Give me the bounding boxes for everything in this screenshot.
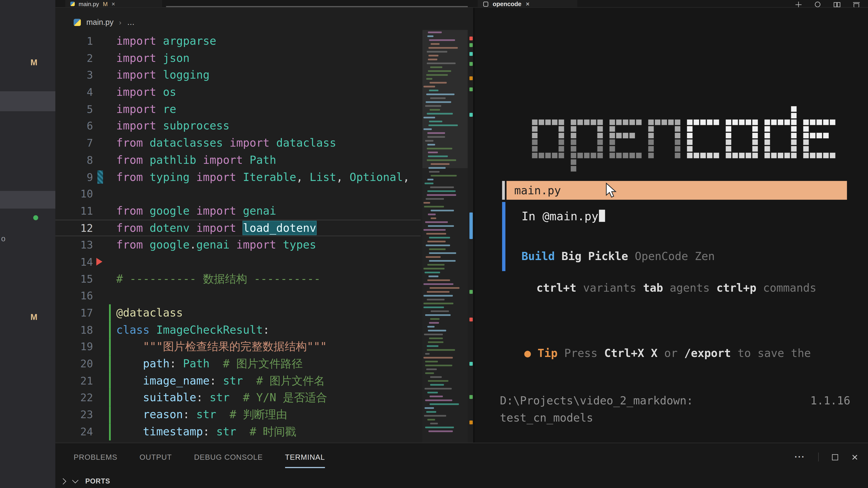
model-selector[interactable]: Build Big Pickle OpenCode Zen (522, 249, 715, 263)
code-line-17[interactable]: 17@dataclass (55, 304, 421, 321)
minimap-mark (426, 101, 451, 103)
terminal-tab-opencode[interactable]: opencode × (477, 0, 577, 8)
code-line-21[interactable]: 21 image_name: str # 图片文件名 (55, 372, 421, 389)
more-actions-icon[interactable]: ··· (795, 452, 805, 462)
ruler-mark (469, 318, 473, 322)
minimap-mark (429, 322, 439, 324)
logo-pixel (597, 153, 602, 158)
minimap-mark (425, 407, 434, 409)
code-line-19[interactable]: 19 """图片检查结果的完整数据结构""" (55, 338, 421, 355)
new-terminal-icon[interactable] (796, 1, 802, 7)
code-text: from google.genai import types (116, 236, 316, 253)
code-line-22[interactable]: 22 suitable: str # Y/N 是否适合 (55, 389, 421, 406)
prompt-input[interactable]: In @main.py (522, 209, 605, 224)
minimap-mark (430, 66, 442, 68)
minimap-mark (423, 128, 432, 130)
tab-close-icon[interactable]: × (112, 0, 115, 7)
code-line-12[interactable]: 12from dotenv import load_dotenv (55, 219, 421, 236)
ports-section-header[interactable]: PORTS (61, 474, 110, 488)
token: suitable (143, 391, 196, 404)
code-line-24[interactable]: 24 timestamp: str # 时间戳 (55, 423, 421, 440)
minimap-mark (423, 117, 435, 119)
token: or (657, 346, 684, 360)
minimap-mark (427, 345, 438, 347)
code-line-5[interactable]: 5import re (55, 101, 421, 118)
code-line-7[interactable]: 7from dataclasses import dataclass (55, 134, 421, 151)
line-number: 19 (55, 338, 93, 355)
opencode-terminal-panel: main.py In @main.py Build Big Pickle Ope… (473, 8, 868, 443)
file-suggestion-item[interactable]: main.py (506, 181, 847, 200)
logo-pixel (597, 120, 602, 125)
panel-tab-terminal[interactable]: TERMINAL (285, 443, 325, 471)
code-line-11[interactable]: 11from google import genai (55, 202, 421, 219)
maximize-panel-icon[interactable] (832, 454, 838, 460)
token: import (196, 221, 236, 234)
code-line-4[interactable]: 4import os (55, 84, 421, 101)
panel-tab-debug-console[interactable]: DEBUG CONSOLE (194, 443, 263, 471)
token: from (116, 136, 143, 150)
code-line-9[interactable]: 9from typing import Iterable, List, Opti… (55, 168, 421, 186)
minimap-mark (423, 306, 444, 308)
split-terminal-icon[interactable] (834, 2, 840, 7)
code-line-3[interactable]: 3import logging (55, 67, 421, 84)
overview-ruler[interactable] (469, 30, 473, 443)
account-icon[interactable] (815, 2, 820, 7)
panel-tab-output[interactable]: OUTPUT (140, 443, 172, 471)
logo-pixel (675, 120, 680, 125)
logo-pixel (668, 120, 674, 125)
minimap-mark (427, 349, 455, 351)
token: typing (143, 170, 196, 184)
panel-tab-problems[interactable]: PROBLEMS (74, 443, 118, 471)
logo-pixel (687, 133, 692, 138)
code-line-20[interactable]: 20 path: Path # 图片文件路径 (55, 355, 421, 372)
logo-pixel (591, 153, 596, 158)
tab-close-icon[interactable]: × (526, 0, 529, 7)
minimap-mark (425, 427, 454, 428)
code-line-1[interactable]: 1import argparse (55, 33, 421, 50)
breadcrumb-ellipsis[interactable]: … (127, 18, 135, 26)
code-line-8[interactable]: 8from pathlib import Path (55, 152, 421, 168)
line-number: 3 (55, 67, 93, 84)
logo-pixel (577, 153, 583, 158)
chevron-right-icon[interactable] (60, 478, 66, 485)
code-line-23[interactable]: 23 reason: str # 判断理由 (55, 406, 421, 423)
minimap[interactable] (423, 30, 468, 443)
minimap-mark (429, 90, 438, 92)
logo-pixel (823, 120, 829, 125)
added-gutter-marker (93, 321, 116, 338)
code-text: import json (116, 50, 189, 67)
logo-pixel (552, 153, 557, 158)
token: str (223, 374, 243, 387)
code-line-16[interactable]: 16 (55, 287, 421, 304)
token (230, 391, 243, 404)
code-line-10[interactable]: 10 (55, 186, 421, 202)
code-line-18[interactable]: 18class ImageCheckResult: (55, 321, 421, 338)
minimap-mark (430, 109, 440, 111)
logo-pixel (545, 120, 551, 125)
logo-pixel (771, 120, 776, 125)
line-number: 23 (55, 406, 93, 423)
ruler-mark (469, 37, 473, 40)
sidebar-list-item[interactable] (0, 191, 55, 208)
code-line-14[interactable]: 14 (55, 253, 421, 270)
code-line-6[interactable]: 6import subprocess (55, 118, 421, 134)
gutter (93, 236, 116, 253)
code-line-13[interactable]: 13from google.genai import types (55, 236, 421, 253)
gutter (93, 270, 116, 287)
minimap-mark (425, 361, 438, 363)
editor-tab-main-py[interactable]: main.py M × (65, 0, 162, 8)
code-line-15[interactable]: 15# ---------- 数据结构 ---------- (55, 270, 421, 287)
logo-pixel (791, 106, 797, 111)
logo-pixel (823, 133, 829, 138)
breadcrumb-file[interactable]: main.py (86, 18, 114, 26)
chevron-down-icon[interactable] (72, 477, 79, 484)
code-line-2[interactable]: 2import json (55, 50, 421, 67)
sidebar-list-item[interactable] (0, 91, 55, 111)
divider (818, 453, 819, 461)
kill-terminal-icon[interactable] (854, 3, 859, 7)
logo-pixel (726, 153, 731, 158)
logo-pixel (584, 153, 590, 158)
minimap-mark (425, 353, 430, 355)
close-panel-icon[interactable]: × (851, 451, 858, 462)
token: tab (643, 281, 663, 294)
